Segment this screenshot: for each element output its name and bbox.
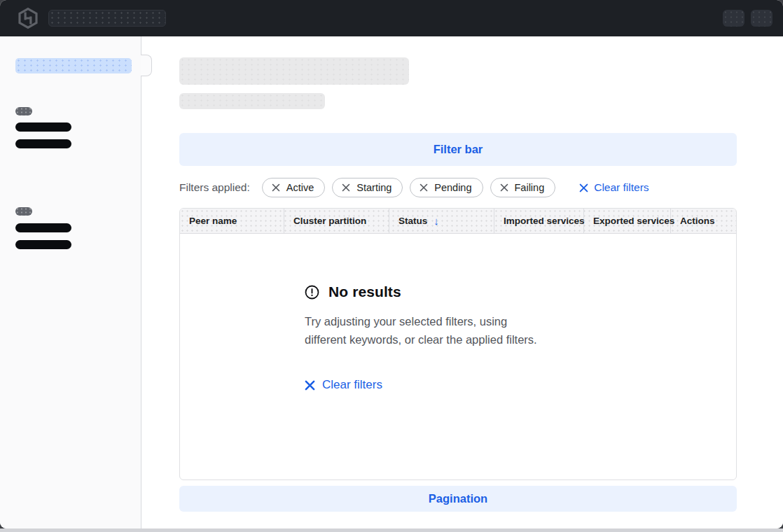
dismiss-icon[interactable]: [500, 183, 508, 192]
applied-filters-row: Filters applied: Active Starting Pending…: [179, 178, 737, 197]
filter-pill-label: Pending: [434, 182, 471, 193]
filter-pill-failing[interactable]: Failing: [490, 178, 556, 197]
sidebar: [0, 36, 141, 528]
peers-table: Peer name Cluster partition Status ↓ Imp…: [179, 208, 737, 480]
nav-button-skeleton-2[interactable]: [751, 10, 772, 27]
page-title-skeleton: [179, 57, 409, 85]
top-navbar: [0, 0, 783, 36]
sidebar-section-label-skeleton-2: [15, 207, 32, 216]
column-label: Actions: [680, 216, 715, 226]
nav-actions: [723, 10, 772, 27]
filters-applied-label: Filters applied:: [179, 181, 250, 194]
column-label: Imported services: [504, 216, 585, 226]
clear-filters-link[interactable]: Clear filters: [579, 181, 649, 194]
column-header-status[interactable]: Status ↓: [389, 209, 494, 233]
sidebar-collapse-handle[interactable]: [141, 55, 152, 76]
sidebar-link-skeleton-3[interactable]: [15, 223, 71, 232]
dismiss-icon[interactable]: [342, 183, 350, 192]
column-label: Cluster partition: [293, 216, 366, 226]
pagination-placeholder: Pagination: [179, 486, 737, 512]
pagination-label: Pagination: [429, 492, 487, 505]
main-content: Filter bar Filters applied: Active Start…: [141, 36, 783, 528]
empty-state-action-label: Clear filters: [322, 378, 382, 392]
filter-pill-label: Failing: [515, 182, 545, 193]
column-header-exported-services[interactable]: Exported services: [584, 209, 671, 233]
empty-state-description-line: different keywords, or clear the applied…: [305, 331, 606, 349]
sidebar-section-label-skeleton-1: [15, 107, 32, 115]
filter-bar-placeholder: Filter bar: [179, 133, 737, 166]
column-header-actions[interactable]: Actions: [671, 209, 736, 233]
alert-circle-icon: [305, 285, 319, 300]
window-bottom-edge: [0, 528, 783, 532]
column-label: Exported services: [593, 216, 674, 226]
page-subtitle-skeleton: [179, 93, 325, 109]
dismiss-icon[interactable]: [420, 183, 428, 192]
filter-pill-active[interactable]: Active: [262, 178, 326, 197]
sort-descending-icon[interactable]: ↓: [434, 216, 439, 226]
column-header-peer-name[interactable]: Peer name: [180, 209, 284, 233]
empty-state-title: No results: [328, 284, 401, 300]
column-header-cluster-partition[interactable]: Cluster partition: [284, 209, 389, 233]
sidebar-link-skeleton-2[interactable]: [15, 139, 71, 148]
column-header-imported-services[interactable]: Imported services: [494, 209, 584, 233]
sidebar-link-skeleton-1[interactable]: [15, 122, 71, 132]
empty-state: No results Try adjusting your selected f…: [180, 234, 736, 393]
table-header-row: Peer name Cluster partition Status ↓ Imp…: [180, 209, 736, 234]
app-window: Filter bar Filters applied: Active Start…: [0, 0, 783, 528]
filter-pill-starting[interactable]: Starting: [332, 178, 403, 197]
column-label: Status: [399, 216, 427, 226]
sidebar-link-skeleton-4[interactable]: [15, 240, 71, 249]
empty-state-description-line: Try adjusting your selected filters, usi…: [305, 313, 606, 331]
empty-state-description: Try adjusting your selected filters, usi…: [305, 313, 606, 349]
column-label: Peer name: [189, 216, 237, 226]
hashicorp-logo-icon: [17, 7, 39, 29]
filter-pill-label: Starting: [356, 182, 392, 193]
nav-search-skeleton[interactable]: [48, 10, 166, 27]
filter-bar-label: Filter bar: [434, 143, 483, 156]
filter-pill-label: Active: [286, 182, 314, 193]
close-x-icon: [579, 183, 588, 192]
sidebar-selected-item-skeleton[interactable]: [15, 58, 132, 74]
filter-pill-pending[interactable]: Pending: [410, 178, 483, 197]
dismiss-icon[interactable]: [272, 183, 280, 192]
clear-filters-label: Clear filters: [594, 181, 649, 194]
empty-state-title-row: No results: [305, 284, 708, 300]
empty-state-clear-filters-link[interactable]: Clear filters: [305, 378, 382, 392]
nav-button-skeleton-1[interactable]: [723, 10, 744, 27]
close-x-icon: [305, 380, 315, 391]
